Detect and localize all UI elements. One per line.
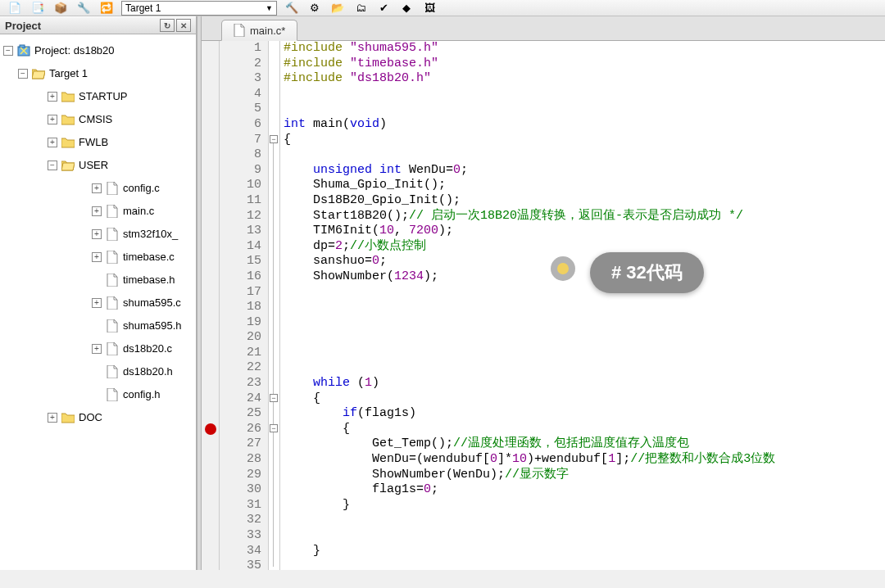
expand-icon[interactable]: + [48,92,57,102]
code-line[interactable] [284,147,885,163]
toolbar-icon[interactable]: 🔨 [284,2,300,15]
toolbar-icon[interactable]: 🔁 [98,2,115,15]
code-line[interactable] [284,330,885,346]
tree-label: Target 1 [49,63,88,84]
toolbar-icon[interactable]: ✔ [375,2,392,15]
tree-label: CMSIS [79,109,112,130]
code-line[interactable]: flag1s=0; [284,482,885,498]
tree-file[interactable]: +ds18b20.c [92,337,193,360]
breakpoint-marker[interactable] [205,423,216,435]
line-number: 28 [220,452,261,468]
tree-file[interactable]: +stm32f10x_ [92,223,193,246]
spacer [92,390,102,400]
tree-file[interactable]: +shuma595.c [92,292,193,314]
tree-file[interactable]: ds18b20.h [92,360,193,383]
fold-toggle[interactable]: − [270,394,278,402]
code-line[interactable]: } [284,544,885,559]
toolbar-icon[interactable]: ⚙ [306,2,323,15]
project-tree[interactable]: − Project: ds18b20 − [0,34,196,570]
code-line[interactable]: WenDu=(wendubuf[0]*10)+wendubuf[1];//把整数… [284,452,885,468]
editor-tab-main[interactable]: main.c* [221,20,297,41]
file-icon [105,388,120,401]
expand-icon[interactable]: + [92,252,102,262]
tree-folder-cmsis[interactable]: +CMSIS [48,108,193,131]
toolbar-icon[interactable]: 🗂 [352,2,369,15]
toolbar-icon[interactable]: 🔧 [75,2,92,15]
code-editor[interactable]: 1234567891011121314151617181920212223242… [202,41,885,570]
code-line[interactable]: { [284,133,885,148]
code-line[interactable]: if(flag1s) [284,406,885,422]
code-line[interactable] [284,559,885,570]
tree-folder-fwlb[interactable]: +FWLB [48,131,193,154]
tree-root[interactable]: − Project: ds18b20 [3,39,193,62]
file-icon [105,274,120,287]
code-line[interactable]: while (1) [284,376,885,391]
code-line[interactable]: Start18B20();// 启动一次18B20温度转换，返回值-表示是否启动… [284,209,885,224]
expand-icon[interactable]: + [48,413,57,423]
expand-icon[interactable]: − [3,46,13,56]
tree-target[interactable]: − Target 1 [18,62,193,85]
panel-refresh-button[interactable]: ↻ [160,19,175,32]
expand-icon[interactable]: + [48,138,57,147]
tree-label: config.c [123,178,160,199]
file-icon [105,296,120,310]
tree-folder-user[interactable]: −USER [48,154,193,177]
code-line[interactable] [284,346,885,361]
toolbar-icon[interactable]: 🖼 [421,2,438,15]
code-line[interactable]: #include "shuma595.h" [284,41,885,57]
code-line[interactable] [284,300,885,315]
expand-icon[interactable]: + [92,183,102,193]
toolbar-icon[interactable]: 📑 [30,2,46,15]
code-line[interactable] [284,528,885,544]
breakpoint-margin[interactable] [202,41,220,570]
code-line[interactable] [284,315,885,331]
code-line[interactable]: unsigned int WenDu=0; [284,163,885,179]
code-line[interactable]: ShowNumber(WenDu);//显示数字 [284,468,885,483]
expand-icon[interactable]: + [92,206,102,216]
expand-icon[interactable]: + [48,115,57,124]
expand-icon[interactable]: + [92,344,102,354]
spacer [92,275,102,285]
expand-icon[interactable]: − [18,69,28,79]
code-line[interactable]: TIM6Init(10, 7200); [284,224,885,239]
toolbar-icon[interactable]: 📄 [7,2,23,15]
code-line[interactable]: Ds18B20_Gpio_Init(); [284,193,885,209]
code-line[interactable]: #include "timebase.h" [284,57,885,72]
tree-file[interactable]: +timebase.c [92,246,193,269]
toolbar-icon[interactable]: 📂 [329,2,346,15]
code-line[interactable]: { [284,422,885,437]
code-line[interactable] [284,285,885,301]
code-line[interactable] [284,87,885,102]
toolbar-icon[interactable]: ◆ [398,2,415,15]
toolbar-icon[interactable]: 📦 [52,2,69,15]
code-line[interactable] [284,102,885,117]
code-line[interactable]: Shuma_Gpio_Init(); [284,178,885,193]
tree-file[interactable]: +main.c [92,200,193,223]
code-line[interactable]: sanshuo=0; [284,254,885,269]
code-line[interactable]: Get_Temp();//温度处理函数，包括把温度值存入温度包 [284,436,885,452]
tree-folder-startup[interactable]: +STARTUP [48,85,193,108]
tree-file[interactable]: shuma595.h [92,314,193,337]
tree-folder-doc[interactable]: +DOC [48,406,193,429]
fold-column[interactable]: −−− [269,41,280,570]
panel-close-button[interactable]: ✕ [176,19,191,32]
code-line[interactable]: #include "ds18b20.h" [284,71,885,87]
code-line[interactable]: ShowNumber(1234); [284,269,885,285]
expand-icon[interactable]: + [92,298,102,308]
target-combo[interactable]: Target 1 ▼ [121,1,277,16]
code-line[interactable] [284,513,885,528]
code-line[interactable]: { [284,391,885,407]
expand-icon[interactable]: + [92,229,102,239]
fold-toggle[interactable]: − [270,135,278,143]
tree-file[interactable]: +config.c [92,177,193,200]
line-number: 31 [220,498,261,513]
code-content[interactable]: #include "shuma595.h"#include "timebase.… [280,41,885,570]
expand-icon[interactable]: − [48,161,57,170]
code-line[interactable]: int main(void) [284,117,885,133]
tree-file[interactable]: timebase.h [92,269,193,292]
code-line[interactable]: } [284,498,885,513]
code-line[interactable]: dp=2;//小数点控制 [284,239,885,255]
fold-toggle[interactable]: − [270,424,278,432]
code-line[interactable] [284,360,885,376]
tree-file[interactable]: config.h [92,383,193,406]
